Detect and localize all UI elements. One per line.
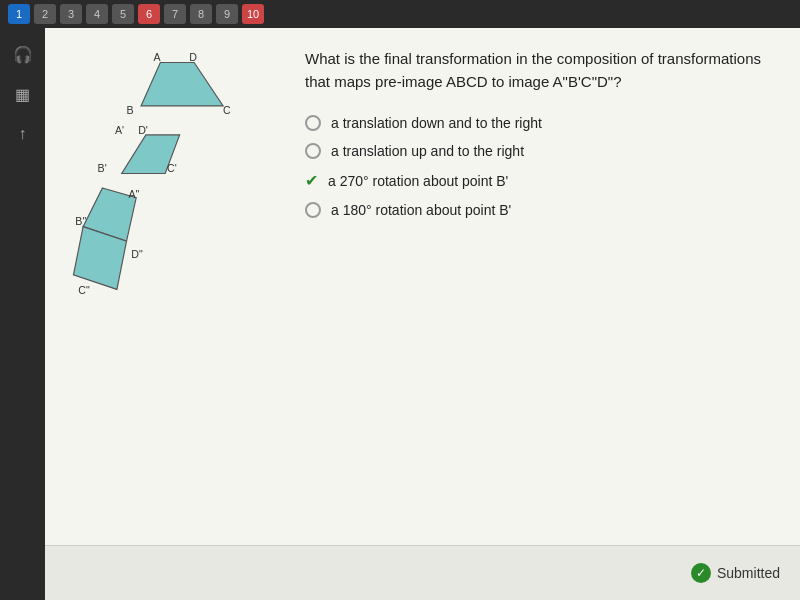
choice-1[interactable]: a translation down and to the right (305, 115, 770, 131)
radio-4[interactable] (305, 202, 321, 218)
question-area: What is the final transformation in the … (305, 48, 770, 525)
tab-4[interactable]: 4 (86, 4, 108, 24)
choice-4-label: a 180° rotation about point B' (331, 202, 511, 218)
svg-text:C: C (223, 104, 231, 116)
transformation-diagram: A D B C A' D' B' C' A" B" C" (65, 48, 275, 328)
choice-2[interactable]: a translation up and to the right (305, 143, 770, 159)
submitted-badge: ✓ Submitted (691, 563, 780, 583)
svg-marker-0 (141, 62, 223, 105)
svg-text:D": D" (131, 248, 143, 260)
calculator-icon[interactable]: ▦ (7, 78, 39, 110)
content-area: A D B C A' D' B' C' A" B" C" (45, 28, 800, 600)
svg-text:D': D' (138, 124, 148, 136)
svg-text:C": C" (78, 284, 90, 296)
tab-8[interactable]: 8 (190, 4, 212, 24)
tab-6[interactable]: 6 (138, 4, 160, 24)
svg-text:C': C' (167, 162, 177, 174)
tab-2[interactable]: 2 (34, 4, 56, 24)
choice-3[interactable]: ✔ a 270° rotation about point B' (305, 171, 770, 190)
svg-text:B": B" (75, 215, 86, 227)
question-panel: A D B C A' D' B' C' A" B" C" (45, 28, 800, 545)
flag-icon[interactable]: ↑ (7, 118, 39, 150)
tab-9[interactable]: 9 (216, 4, 238, 24)
svg-text:A: A (154, 51, 162, 63)
svg-text:B: B (127, 104, 134, 116)
tab-7[interactable]: 7 (164, 4, 186, 24)
checkmark-icon: ✔ (305, 171, 318, 190)
choice-4[interactable]: a 180° rotation about point B' (305, 202, 770, 218)
left-sidebar: 🎧 ▦ ↑ (0, 28, 45, 600)
submitted-check-icon: ✓ (691, 563, 711, 583)
top-bar: 1 2 3 4 5 6 7 8 9 10 (0, 0, 800, 28)
diagram-area: A D B C A' D' B' C' A" B" C" (65, 48, 285, 525)
svg-text:B': B' (98, 162, 107, 174)
choice-2-label: a translation up and to the right (331, 143, 524, 159)
choice-3-label: a 270° rotation about point B' (328, 173, 508, 189)
submitted-label: Submitted (717, 565, 780, 581)
headphones-icon[interactable]: 🎧 (7, 38, 39, 70)
tab-3[interactable]: 3 (60, 4, 82, 24)
svg-text:D: D (189, 51, 197, 63)
choice-1-label: a translation down and to the right (331, 115, 542, 131)
radio-2[interactable] (305, 143, 321, 159)
answer-choices: a translation down and to the right a tr… (305, 115, 770, 218)
tab-10[interactable]: 10 (242, 4, 264, 24)
tab-1[interactable]: 1 (8, 4, 30, 24)
main-layout: 🎧 ▦ ↑ A D B C A' D' (0, 28, 800, 600)
question-text: What is the final transformation in the … (305, 48, 770, 93)
tab-5[interactable]: 5 (112, 4, 134, 24)
svg-text:A": A" (128, 188, 139, 200)
radio-1[interactable] (305, 115, 321, 131)
bottom-bar: ✓ Submitted (45, 545, 800, 600)
svg-text:A': A' (115, 124, 124, 136)
